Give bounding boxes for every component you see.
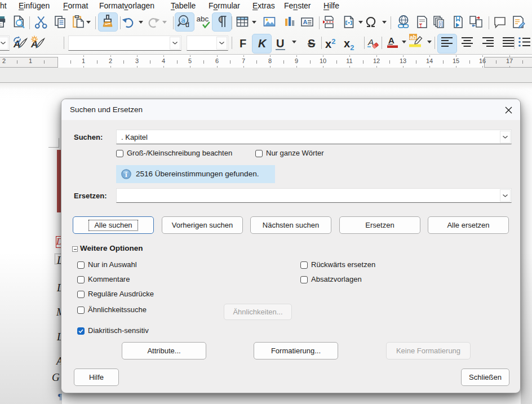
svg-text:ab: ab bbox=[410, 34, 416, 41]
svg-text:A: A bbox=[388, 35, 394, 45]
svg-text:i: i bbox=[125, 170, 127, 179]
